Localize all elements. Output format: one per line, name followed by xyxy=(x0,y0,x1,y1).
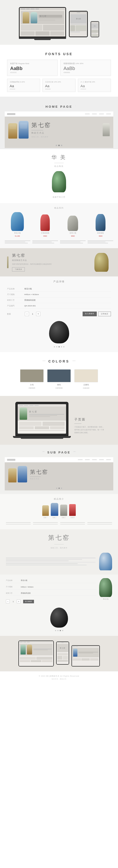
product-divider xyxy=(54,163,64,163)
product-name-2: 红釉细颈瓶 xyxy=(41,232,49,234)
qty-plus[interactable]: + xyxy=(36,312,40,316)
laptop-base xyxy=(13,436,71,438)
add-to-cart-button[interactable]: 加入购物车 xyxy=(83,312,97,316)
font-hex-5: #444444 xyxy=(81,88,108,90)
font-label-2: 细微细微标题 14% 30% xyxy=(63,62,108,65)
form-actions: 数量 − 1 + 加入购物车 立即购买 xyxy=(7,309,111,316)
swatch-name-3: 点缀色 xyxy=(83,383,89,386)
sub-hero-title: 第七窑 xyxy=(30,468,110,475)
product-name-4: 粉彩梅瓶 xyxy=(97,232,104,234)
product-name-1: 青花大瓶 xyxy=(14,232,21,234)
font-hex-2: #888888 xyxy=(63,72,108,73)
laptop-desc: 子页面设计展示，保持整体风格一致性，细节精心设计以提升用户体验，每一个界面都经过… xyxy=(74,426,105,434)
form-value-material: 景德镇高温瓷 xyxy=(24,299,36,302)
banner-dots xyxy=(5,143,113,148)
font-label-3: 古典微妙黑体 A 44% xyxy=(10,81,37,83)
sub-hero-vases xyxy=(8,466,27,483)
final-device-group xyxy=(71,645,100,666)
sub-vase-label: 青花大瓶 xyxy=(103,598,109,600)
form-label-id: 产品编号 xyxy=(7,305,22,307)
hero-cn-title: 第七窑 xyxy=(31,121,100,129)
sub-page-label-section: SUB PAGE xyxy=(0,445,118,457)
sub-c1-desc xyxy=(6,521,112,526)
homepage-nav xyxy=(5,112,113,117)
laptop-wrapper: 第七窑 xyxy=(13,402,71,439)
font-label-5: 六 三 最佳字体 24% xyxy=(81,81,108,83)
form-label-name: 产品名称 xyxy=(7,287,22,290)
form-value-name: 青花大瓶 xyxy=(24,287,32,290)
device-desktop-wrapper: 第七窑 xyxy=(19,7,66,40)
swatch-hex-1: #9B9685 xyxy=(29,387,35,389)
form-row-id: 产品编号 QH-2024-001 xyxy=(7,303,111,309)
form-value-size: H45cm × W18cm xyxy=(24,293,39,296)
swatch-name-2: 辅色 xyxy=(57,383,61,386)
sub-form-label-3: 材质工艺 xyxy=(6,592,19,594)
hero-desc: 传统工艺，现代美学 xyxy=(31,136,100,138)
form-label-size: 尺寸规格 xyxy=(7,293,22,296)
swatch-hex-3: #e8e0d0 xyxy=(83,387,89,389)
form-value-id: QH-2024-001 xyxy=(24,305,36,307)
product-item-2: 红釉细颈瓶 ¥980 xyxy=(33,214,58,237)
form-row-name: 产品名称 青花大瓶 xyxy=(7,286,111,292)
sub-qty-minus[interactable]: − xyxy=(6,599,10,603)
swatch-name-1: 主色 xyxy=(30,383,34,386)
color-swatch-2: 辅色 #4D5D6B xyxy=(47,369,71,389)
home-page-mockup: 第七窑 陶瓷艺术品 传统工艺，现代美学 xyxy=(0,112,118,149)
color-swatches-row: 主色 #9B9685 辅色 #4D5D6B 点缀色 #e8e0d0 xyxy=(7,369,111,389)
hero-text: 第七窑 陶瓷艺术品 传统工艺，现代美学 xyxy=(31,121,100,138)
colors-section: COLORS 主色 #9B9685 辅色 #4D5D6B 点缀色 #e8e0d0 xyxy=(0,352,118,396)
device-phone: 第七 xyxy=(91,21,99,37)
sub-page-nav xyxy=(5,457,113,462)
sub-hero-text: 第七窑 陶瓷艺术品 xyxy=(30,468,110,480)
sub-form-value-1: 青花大瓶 xyxy=(21,579,27,582)
sub-form-label-2: 尺寸规格 xyxy=(6,586,19,588)
product-subtitle: 精品陶瓷 xyxy=(6,165,112,167)
laptop-section: 第七窑 xyxy=(0,396,118,445)
desktop-screen: 第七窑 xyxy=(20,8,65,36)
banner-text-area: 第七窑 精美陶瓷艺术品 传统与现代的完美结合，每件作品都是匠心独运的杰作 了解更… xyxy=(12,253,88,272)
sub-hero: 第七窑 陶瓷艺术品 xyxy=(5,462,113,486)
laptop-body: 第七窑 xyxy=(16,402,68,436)
home-page-label-section: HOME PAGE xyxy=(0,97,118,112)
laptop-screen: 第七窑 xyxy=(18,404,66,434)
font-hex-1: #525252 xyxy=(10,72,55,73)
form-row-material: 材质工艺 景德镇高温瓷 xyxy=(7,298,111,303)
product-price-2: ¥980 xyxy=(43,235,47,237)
product-item-4: 粉彩梅瓶 ¥880 xyxy=(88,214,114,237)
sub-form-value-2: H45cm × W18cm xyxy=(21,586,33,588)
qty-minus[interactable]: − xyxy=(25,312,29,316)
swatch-hex-2: #4D5D6B xyxy=(55,387,63,389)
font-sample-5: Aa xyxy=(81,84,108,88)
banner-image-area xyxy=(92,253,111,272)
sub-qty-value: 1 xyxy=(11,600,16,602)
sub-page-title: SUB PAGE xyxy=(45,451,73,454)
sub-hero-subtitle: 陶瓷艺术品 xyxy=(30,478,110,480)
font-sample-1: AaBb xyxy=(10,66,55,71)
product-item-3: 影青小瓶 ¥680 xyxy=(60,216,86,237)
sub-add-cart[interactable]: 加入购物车 xyxy=(23,600,34,603)
font-box-4: 元宝宋文体 14% 24% Aa #666666 xyxy=(42,79,76,92)
device-desktop: 第七窑 xyxy=(19,7,66,37)
laptop-hinge xyxy=(21,438,63,439)
black-vase-showcase xyxy=(7,321,111,343)
gray-banner-section: 第七窑 精美陶瓷艺术品 传统与现代的完美结合，每件作品都是匠心独运的杰作 了解更… xyxy=(0,248,118,276)
banner-button[interactable]: 了解更多 xyxy=(12,267,25,272)
form-row-size: 尺寸规格 H45cm × W18cm xyxy=(7,292,111,298)
sub-content-1: 精品推介 花瓶一 花瓶二 花瓶三 花瓶四 xyxy=(0,494,118,529)
qty-value: 1 xyxy=(30,313,35,315)
font-box-1: 标题字体 Regular Bold AaBb #525252 xyxy=(7,60,58,76)
home-page-title-wrapper: HOME PAGE xyxy=(7,100,111,112)
sub-qty-plus[interactable]: + xyxy=(17,599,21,603)
product-price-4: ¥880 xyxy=(99,235,102,237)
laptop-side-text: 子页面 子页面设计展示，保持整体风格一致性，细节精心设计以提升用户体验，每一个界… xyxy=(74,417,105,439)
quantity-control[interactable]: − 1 + xyxy=(25,312,40,316)
font-box-5: 六 三 最佳字体 24% Aa #444444 xyxy=(78,79,111,92)
banner-title: 第七窑 xyxy=(12,253,88,258)
sub-c1-title: 精品推介 xyxy=(6,497,112,501)
sub-page-mockup: 第七窑 陶瓷艺术品 xyxy=(0,457,118,494)
product-title-cn: 华 美 xyxy=(6,154,112,161)
product-row: 青花大瓶 ¥1,280 红釉细颈瓶 ¥980 影青小瓶 ¥680 粉彩梅瓶 ¥8… xyxy=(5,212,113,237)
buy-now-button[interactable]: 立即购买 xyxy=(98,312,111,316)
font-box-2: 细微细微标题 14% 30% AaBb #888888 xyxy=(60,60,111,76)
hero-subtitle: 陶瓷艺术品 xyxy=(31,131,100,134)
